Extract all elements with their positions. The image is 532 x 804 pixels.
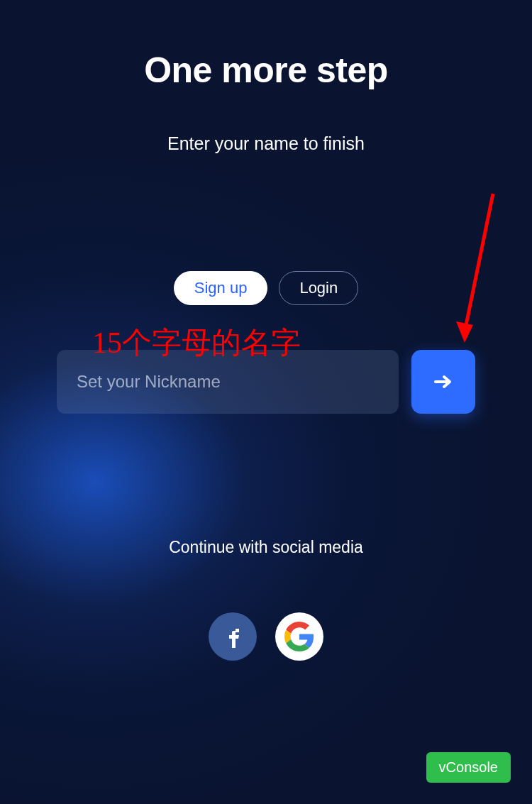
tab-login[interactable]: Login bbox=[279, 271, 358, 305]
vconsole-button[interactable]: vConsole bbox=[426, 752, 511, 783]
svg-line-0 bbox=[465, 194, 493, 332]
social-label: Continue with social media bbox=[0, 538, 532, 557]
google-icon bbox=[284, 622, 314, 651]
page-title: One more step bbox=[0, 0, 532, 91]
subtitle: Enter your name to finish bbox=[0, 133, 532, 154]
google-button[interactable] bbox=[275, 612, 323, 661]
arrow-right-icon bbox=[434, 374, 453, 390]
tab-signup[interactable]: Sign up bbox=[174, 271, 268, 305]
facebook-icon bbox=[220, 624, 245, 649]
facebook-button[interactable] bbox=[209, 612, 257, 661]
svg-marker-1 bbox=[456, 321, 473, 343]
submit-button[interactable] bbox=[411, 350, 475, 414]
social-buttons bbox=[0, 612, 532, 661]
annotation-arrow-icon bbox=[443, 190, 514, 353]
annotation-text: 15个字母的名字 bbox=[92, 323, 301, 363]
